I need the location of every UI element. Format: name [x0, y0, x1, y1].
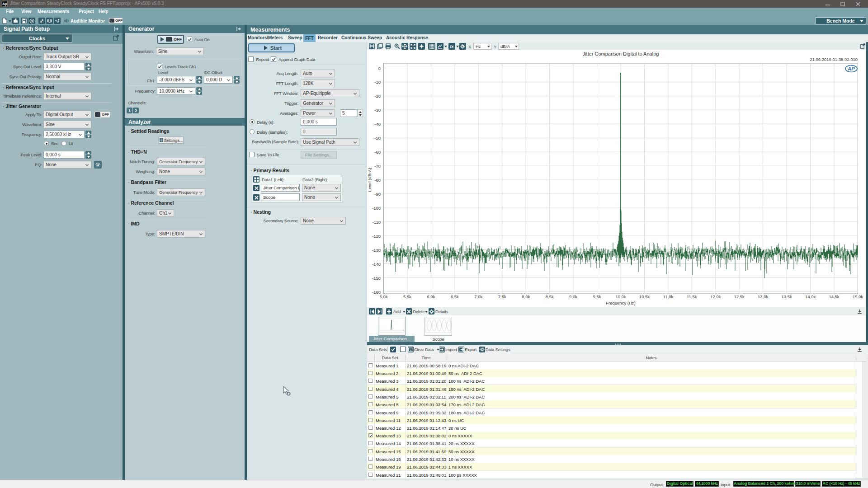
svg-text:-130: -130: [372, 248, 381, 253]
svg-text:-120: -120: [372, 234, 381, 239]
svg-text:-30: -30: [374, 108, 381, 113]
svg-text:-10: -10: [374, 80, 381, 84]
svg-text:AP: AP: [847, 66, 855, 71]
svg-text:-70: -70: [374, 164, 381, 169]
svg-text:11,0k: 11,0k: [663, 294, 674, 299]
svg-text:15,0k: 15,0k: [853, 294, 863, 299]
svg-text:12,0k: 12,0k: [710, 294, 721, 299]
svg-text:-150: -150: [372, 276, 381, 281]
svg-text:10,0k: 10,0k: [615, 294, 626, 299]
svg-text:13,0k: 13,0k: [758, 294, 768, 299]
svg-text:12,5k: 12,5k: [734, 294, 745, 299]
svg-text:Level (dBrA): Level (dBrA): [367, 168, 372, 192]
svg-text:8,0k: 8,0k: [522, 294, 530, 299]
svg-text:14,5k: 14,5k: [829, 294, 839, 299]
svg-text:-20: -20: [374, 94, 381, 99]
svg-text:9,0k: 9,0k: [569, 294, 577, 299]
svg-text:-40: -40: [374, 122, 381, 127]
svg-text:14,0k: 14,0k: [805, 294, 816, 299]
svg-text:Frequency (Hz): Frequency (Hz): [606, 300, 635, 305]
svg-text:9,5k: 9,5k: [593, 294, 601, 299]
svg-text:6,5k: 6,5k: [451, 294, 459, 299]
svg-text:11,5k: 11,5k: [687, 294, 697, 299]
svg-text:-50: -50: [374, 136, 381, 141]
svg-text:0: 0: [378, 66, 381, 71]
svg-text:13,5k: 13,5k: [782, 294, 792, 299]
svg-text:-160: -160: [372, 290, 381, 295]
svg-text:10,5k: 10,5k: [639, 294, 650, 299]
svg-text:5,5k: 5,5k: [403, 294, 411, 299]
svg-text:7,5k: 7,5k: [498, 294, 506, 299]
svg-text:5,0k: 5,0k: [380, 294, 388, 299]
svg-text:-60: -60: [374, 150, 381, 155]
svg-text:-100: -100: [372, 206, 381, 211]
svg-text:-80: -80: [374, 178, 381, 183]
svg-text:-90: -90: [374, 192, 381, 197]
svg-text:6,0k: 6,0k: [427, 294, 435, 299]
svg-text:21.06.2019 01:38:02.010: 21.06.2019 01:38:02.010: [810, 57, 858, 62]
svg-text:-140: -140: [372, 262, 381, 267]
svg-text:Jitter Comparison Digital to A: Jitter Comparison Digital to Analog: [583, 51, 659, 56]
svg-text:8,5k: 8,5k: [546, 294, 554, 299]
svg-text:7,0k: 7,0k: [474, 294, 482, 299]
svg-text:-110: -110: [373, 220, 381, 225]
